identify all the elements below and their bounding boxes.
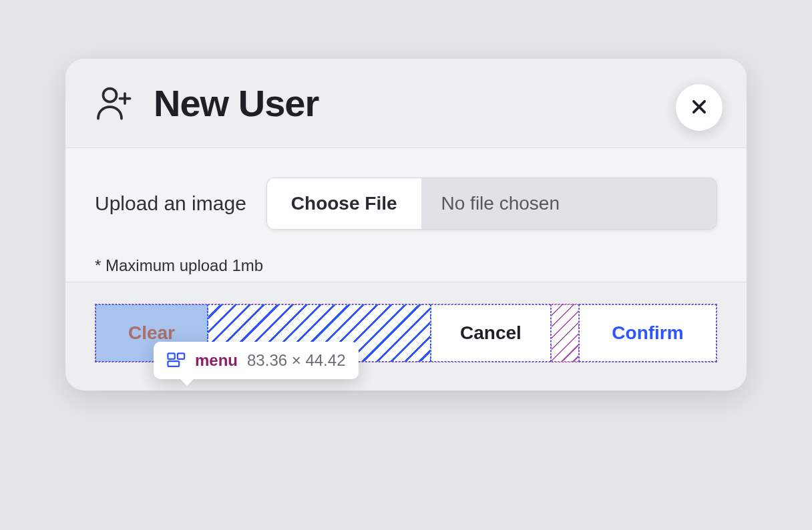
upload-hint: * Maximum upload 1mb	[95, 256, 717, 275]
file-status: No file chosen	[421, 178, 717, 230]
new-user-dialog: New User Upload an image Choose File No …	[65, 59, 747, 390]
flex-gap	[551, 304, 579, 362]
cancel-button[interactable]: Cancel	[431, 304, 551, 362]
dialog-header: New User	[65, 59, 747, 148]
svg-rect-6	[178, 353, 184, 358]
dialog-body: Upload an image Choose File No file chos…	[65, 148, 747, 282]
close-icon	[690, 97, 708, 118]
user-plus-icon	[95, 83, 135, 123]
close-button[interactable]	[676, 84, 723, 131]
flex-icon	[167, 352, 186, 368]
upload-label: Upload an image	[95, 192, 246, 215]
dev-inspector-tooltip: menu 83.36 × 44.42	[154, 342, 359, 379]
upload-row: Upload an image Choose File No file chos…	[95, 178, 717, 230]
tooltip-element-tag: menu	[195, 351, 238, 370]
choose-file-button[interactable]: Choose File	[266, 178, 421, 230]
svg-point-0	[104, 88, 117, 101]
tooltip-dimensions: 83.36 × 44.42	[247, 351, 345, 370]
confirm-button[interactable]: Confirm	[579, 304, 717, 362]
svg-rect-7	[168, 361, 179, 366]
svg-rect-5	[168, 353, 174, 358]
dialog-title: New User	[154, 81, 319, 125]
file-picker: Choose File No file chosen	[266, 178, 717, 230]
